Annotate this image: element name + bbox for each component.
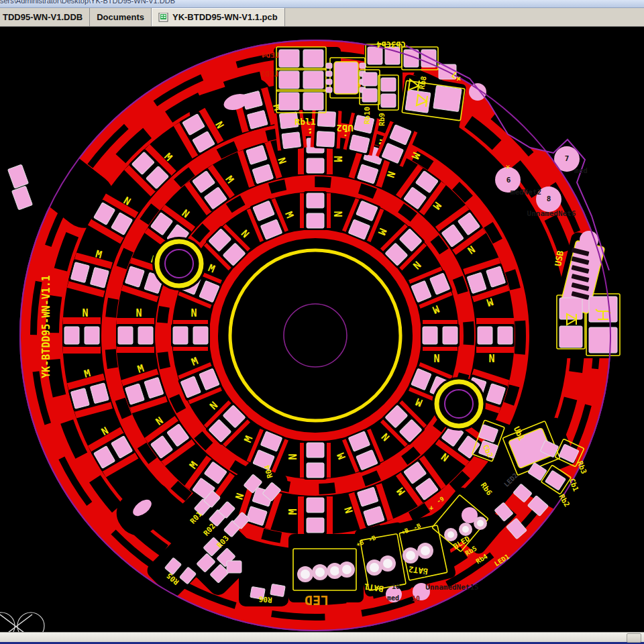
net-label: 7 bbox=[565, 154, 570, 163]
silkscreen-label: LED4 bbox=[261, 51, 279, 60]
smd-pad bbox=[279, 71, 299, 89]
net-label: 8 bbox=[547, 195, 551, 203]
smd-pad bbox=[279, 50, 299, 67]
round-pad bbox=[469, 83, 486, 101]
net-label: med bbox=[387, 594, 399, 602]
pcb-doc-icon bbox=[158, 13, 169, 22]
through-hole-center bbox=[421, 546, 430, 555]
tab-ddb-document[interactable]: TDD95-WN-V1.DDB bbox=[0, 8, 90, 26]
through-hole-center bbox=[315, 568, 325, 577]
pcb-canvas-svg[interactable]: NMNMNMNMNMNMNMNMNMNMNMNMNMNMNMNMNMNMNMNM… bbox=[0, 27, 644, 632]
through-hole-center bbox=[342, 565, 352, 574]
net-label: medNet2 bbox=[511, 188, 541, 197]
smd-pad bbox=[303, 93, 323, 110]
svg-text:N: N bbox=[287, 453, 299, 460]
smd-pad bbox=[279, 93, 299, 110]
silkscreen-label: + bbox=[429, 504, 433, 511]
svg-text:N: N bbox=[488, 352, 494, 364]
title-path-text: sers\Administrator\Desktop\YK-BTDD95-WN-… bbox=[0, 0, 644, 5]
silkscreen-label: Ub2 bbox=[336, 123, 353, 133]
net-label: 10 bbox=[412, 595, 420, 602]
window-title-path-bar: sers\Administrator\Desktop\YK-BTDD95-WN-… bbox=[0, 0, 644, 8]
mounting-hole bbox=[432, 377, 486, 431]
svg-text:M: M bbox=[287, 508, 299, 515]
silkscreen-label: Rb10 bbox=[363, 107, 372, 125]
through-hole-center bbox=[406, 551, 415, 560]
tab-documents[interactable]: Documents bbox=[90, 8, 152, 26]
pcb-editor-canvas[interactable]: NMNMNMNMNMNMNMNMNMNMNMNMNMNMNMNMNMNMNMNM… bbox=[0, 27, 644, 632]
document-tab-bar: TDD95-WN-V1.DDB Documents YK-BTDD95-WN-V… bbox=[0, 8, 644, 27]
tab-pcb-document-active[interactable]: YK-BTDD95-WN-V1.1.pcb bbox=[152, 8, 285, 26]
through-hole-center bbox=[447, 531, 454, 538]
smd-pad bbox=[433, 86, 462, 112]
net-label: UnnamedNet15 bbox=[425, 583, 478, 592]
smd-pad bbox=[303, 71, 323, 89]
smd-pad bbox=[362, 89, 377, 102]
through-hole-center bbox=[462, 526, 469, 533]
silkscreen-label: LED bbox=[305, 592, 329, 608]
smd-pad bbox=[381, 94, 396, 107]
through-hole-center bbox=[383, 559, 392, 568]
smd-pad bbox=[362, 72, 377, 86]
smd-pad bbox=[326, 71, 332, 76]
smd-pad bbox=[326, 63, 332, 68]
net-label: UnnamedNet6 bbox=[527, 209, 576, 218]
svg-text:N: N bbox=[136, 307, 142, 319]
through-hole-center bbox=[370, 563, 379, 572]
tab-label: YK-BTDD95-WN-V1.1.pcb bbox=[172, 12, 278, 22]
smd-pad bbox=[589, 327, 617, 353]
mounting-hole bbox=[152, 237, 206, 290]
smd-pad bbox=[326, 79, 332, 85]
through-hole-center bbox=[330, 566, 339, 576]
silkscreen-label: YK-BTDD95-WN-V1.1 bbox=[40, 275, 52, 378]
net-label: 6 bbox=[506, 176, 511, 184]
tab-label: Documents bbox=[97, 12, 144, 22]
net-label: 9 bbox=[422, 571, 426, 578]
svg-text:N: N bbox=[433, 352, 439, 364]
smd-pad bbox=[270, 584, 285, 596]
horizontal-scrollbar[interactable] bbox=[0, 632, 644, 642]
net-label: med bbox=[574, 166, 588, 175]
silkscreen-label: LED3 bbox=[261, 70, 279, 78]
silkscreen-label: R06 bbox=[258, 594, 272, 604]
ic-pad bbox=[334, 62, 358, 94]
net-label: 10 bbox=[392, 583, 400, 590]
smd-pad bbox=[303, 50, 323, 67]
silkscreen-label: ✕ bbox=[506, 162, 511, 171]
smd-pad bbox=[227, 561, 241, 573]
center-black-disc bbox=[218, 238, 413, 433]
smd-pad bbox=[559, 326, 582, 347]
through-hole-center bbox=[301, 570, 310, 579]
smd-pad bbox=[326, 87, 332, 93]
silkscreen-label: Cb3Cb4 bbox=[376, 40, 405, 49]
silkscreen-label: Rb9 bbox=[378, 113, 386, 126]
tab-label: TDD95-WN-V1.DDB bbox=[3, 12, 83, 22]
silkscreen-label: Rbl1 bbox=[294, 117, 315, 127]
scrollbar-thumb[interactable] bbox=[627, 633, 641, 643]
svg-text:N: N bbox=[191, 307, 197, 319]
svg-text:N: N bbox=[331, 211, 343, 217]
through-hole-center bbox=[477, 520, 484, 527]
round-pad bbox=[580, 231, 598, 250]
svg-text:N: N bbox=[82, 307, 88, 319]
svg-text:M: M bbox=[331, 156, 343, 162]
smd-pad bbox=[381, 78, 396, 91]
smd-pad bbox=[360, 63, 366, 68]
